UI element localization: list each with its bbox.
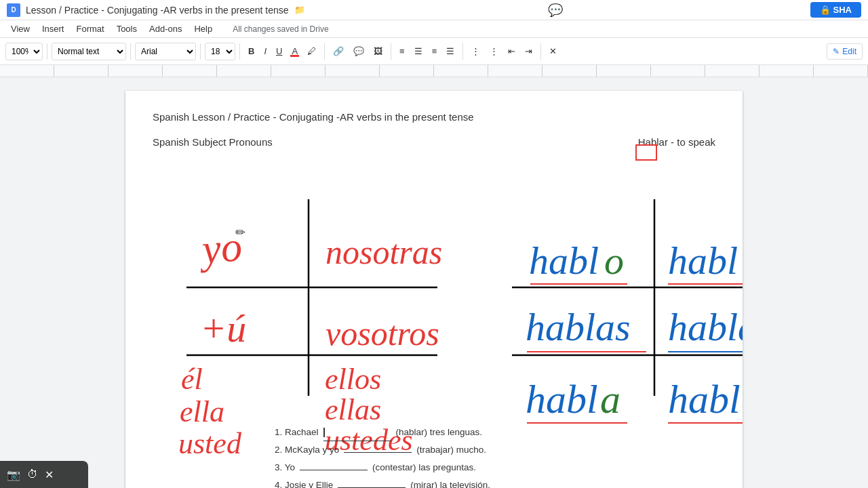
svg-text:ellas: ellas xyxy=(325,393,381,426)
svg-text:vosotros: vosotros xyxy=(326,314,439,352)
comment-button[interactable]: 💬 xyxy=(349,43,368,59)
share-button[interactable]: 🔒 SHA xyxy=(810,2,861,18)
sentence-2: 2. McKayla y yo (trabajar) mucho. xyxy=(275,441,490,459)
unordered-list-button[interactable]: ⋮ xyxy=(486,43,502,59)
image-button[interactable]: 🖼 xyxy=(370,43,387,59)
highlight-button[interactable]: 🖊 xyxy=(303,43,320,59)
edit-button[interactable]: ✎ Edit xyxy=(827,43,863,60)
svg-text:habl: habl xyxy=(526,377,598,422)
ruler xyxy=(0,65,868,77)
close-video-button[interactable]: ✕ xyxy=(45,468,54,481)
blank-2 xyxy=(344,452,412,453)
saved-notice: All changes saved in Drive xyxy=(233,24,328,34)
sentence-1: 1. Rachael (hablar) tres lenguas. xyxy=(275,424,490,442)
justify-button[interactable]: ☰ xyxy=(442,43,458,59)
svg-text:habl: habl xyxy=(529,239,599,283)
menu-addons[interactable]: Add-ons xyxy=(144,22,187,35)
title-bar: D Lesson / Practice - Conjugating -AR ve… xyxy=(0,0,868,20)
svg-text:habláis: habláis xyxy=(668,305,743,349)
svg-text:ellos: ellos xyxy=(325,363,381,396)
right-heading-text: Hablar - to speak xyxy=(638,136,715,148)
ordered-list-button[interactable]: ⋮ xyxy=(467,43,484,59)
sentence-3: 3. Yo (contestar) las preguntas. xyxy=(275,459,490,476)
sentences-section: 1. Rachael (hablar) tres lenguas. 2. McK… xyxy=(275,424,490,488)
svg-text:o: o xyxy=(604,239,624,283)
toolbar-separator-8 xyxy=(540,43,541,60)
blank-1 xyxy=(323,424,391,442)
svg-text:ella: ella xyxy=(180,395,224,428)
menu-tools[interactable]: Tools xyxy=(111,22,142,35)
toolbar-separator-7 xyxy=(462,43,463,60)
svg-text:habl: habl xyxy=(668,239,738,283)
style-select[interactable]: Normal text xyxy=(52,43,126,60)
page: Spanish Lesson / Practice - Conjugating … xyxy=(125,91,743,488)
svg-text:él: él xyxy=(181,363,203,396)
ruler-marks xyxy=(0,65,868,77)
blank-3 xyxy=(300,470,368,470)
sentence-4: 4. Josie y Ellie (mirar) la televisión. xyxy=(275,476,490,488)
svg-text:+ú: +ú xyxy=(200,306,246,350)
svg-text:a: a xyxy=(600,377,620,422)
menu-help[interactable]: Help xyxy=(189,22,218,35)
italic-button[interactable]: I xyxy=(260,43,271,59)
right-heading: Hablar - to speak xyxy=(638,136,715,148)
toolbar-separator-2 xyxy=(130,43,131,60)
menu-format[interactable]: Format xyxy=(71,22,109,35)
headings-row: Spanish Subject Pronouns Hablar - to spe… xyxy=(153,136,715,148)
font-select[interactable]: Arial xyxy=(135,43,196,60)
indent-increase-button[interactable]: ⇥ xyxy=(521,43,536,59)
font-size-select[interactable]: 18 xyxy=(205,43,235,60)
document-area: Spanish Lesson / Practice - Conjugating … xyxy=(0,77,868,488)
indent-decrease-button[interactable]: ⇤ xyxy=(504,43,519,59)
menu-bar: View Insert Format Tools Add-ons Help Al… xyxy=(0,20,868,38)
toolbar: 100% Normal text Arial 18 B I U A 🖊 🔗 💬 … xyxy=(0,38,868,65)
svg-text:hablas: hablas xyxy=(526,305,631,349)
menu-view[interactable]: View xyxy=(5,22,35,35)
align-right-button[interactable]: ≡ xyxy=(428,43,441,59)
svg-text:nosotras: nosotras xyxy=(326,233,442,271)
toolbar-separator-5 xyxy=(324,43,325,60)
toolbar-separator-4 xyxy=(239,43,240,60)
folder-icon[interactable]: 📁 xyxy=(294,5,305,15)
timer-button[interactable]: ⏱ xyxy=(27,468,38,481)
toolbar-separator-6 xyxy=(391,43,391,60)
text-color-button[interactable]: A xyxy=(288,43,302,59)
align-center-button[interactable]: ☰ xyxy=(410,43,427,59)
page-title: Spanish Lesson / Practice - Conjugating … xyxy=(153,111,715,123)
comments-button[interactable]: 💬 xyxy=(548,3,563,18)
align-left-button[interactable]: ≡ xyxy=(395,43,409,59)
left-heading: Spanish Subject Pronouns xyxy=(153,136,273,148)
svg-text:usted: usted xyxy=(178,427,242,460)
text-cursor xyxy=(323,428,325,437)
menu-insert[interactable]: Insert xyxy=(37,22,70,35)
clear-formatting-button[interactable]: ✕ xyxy=(545,43,561,59)
video-bar: 📷 ⏱ ✕ xyxy=(0,461,88,488)
toolbar-separator xyxy=(47,43,47,60)
document-title: Lesson / Practice - Conjugating -AR verb… xyxy=(26,5,289,16)
underline-button[interactable]: U xyxy=(272,43,286,59)
doc-icon: D xyxy=(7,3,20,17)
bold-button[interactable]: B xyxy=(244,43,258,59)
camera-button[interactable]: 📷 xyxy=(7,468,20,481)
link-button[interactable]: 🔗 xyxy=(329,43,348,59)
svg-text:yo: yo xyxy=(196,223,243,272)
svg-text:habl: habl xyxy=(668,377,741,422)
toolbar-separator-3 xyxy=(200,43,201,60)
svg-text:✏: ✏ xyxy=(235,226,245,239)
zoom-select[interactable]: 100% xyxy=(5,43,43,60)
